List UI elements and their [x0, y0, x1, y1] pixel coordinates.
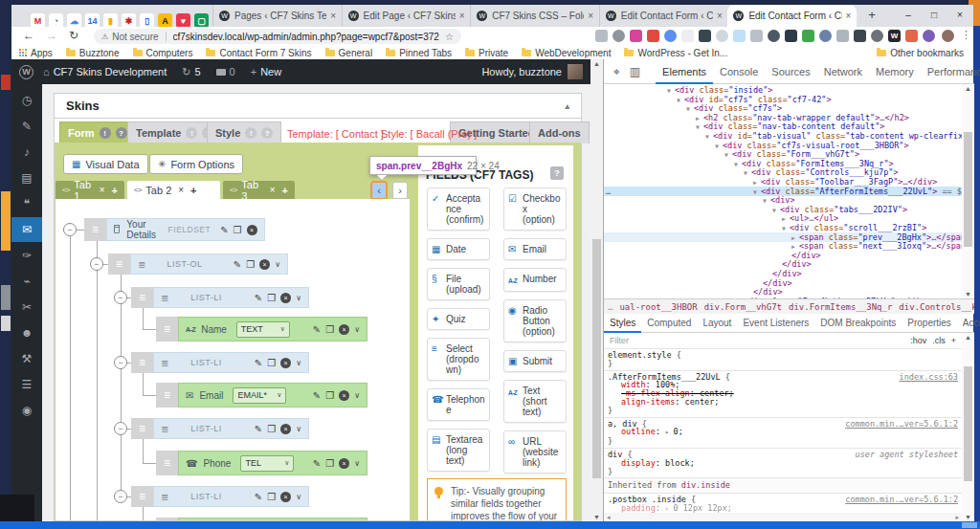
styles-scrollbar[interactable]: ▲ ▼: [962, 333, 974, 521]
tree-row[interactable]: ≡≣LIST-LI✎❐×∨: [131, 486, 309, 507]
list-bar[interactable]: ≣LIST-LI✎❐×∨: [153, 352, 309, 373]
profile-avatar[interactable]: [942, 30, 954, 42]
form-tab-1[interactable]: <>Tab 1×+: [56, 181, 124, 199]
field-button-textarea[interactable]: ▤Textarea (long text): [427, 429, 490, 472]
browser-tab[interactable]: WEdit Contact Form ‹ CF7 Skins×: [599, 5, 728, 27]
green-frame-icon[interactable]: [802, 30, 814, 42]
wappalyzer-icon[interactable]: [768, 30, 780, 42]
field-type-select[interactable]: TEXT∨: [236, 321, 290, 338]
drag-handle[interactable]: ≡: [156, 451, 178, 475]
field-button-url[interactable]: ∞URL (website link): [503, 430, 567, 474]
edit-icon[interactable]: ✎: [220, 225, 228, 235]
pinned-tab-clock-app-icon[interactable]: ◔: [49, 13, 63, 28]
delete-icon[interactable]: ×: [280, 358, 291, 368]
tab-close-icon[interactable]: ×: [459, 11, 465, 21]
device-toolbar-icon[interactable]: ▥: [630, 65, 640, 78]
red-extension-icon[interactable]: [647, 30, 659, 42]
help-badge[interactable]: ?: [550, 166, 564, 180]
field-bar[interactable]: ✉EmailEMAIL*∨✎❐×∨: [178, 383, 368, 408]
tree-row[interactable]: ≡≣LIST-LI✎❐×∨: [131, 352, 309, 373]
field-type-select[interactable]: TEL∨: [240, 455, 294, 472]
scroll-down-icon[interactable]: ▼: [590, 514, 603, 520]
puzzle-icon[interactable]: [923, 30, 935, 42]
duplicate-icon[interactable]: ❐: [267, 293, 276, 303]
maximize-button[interactable]: □: [925, 8, 943, 23]
camera-icon[interactable]: [612, 30, 625, 42]
elements-scrollbar[interactable]: ▲ ▼: [962, 84, 974, 298]
sidebar-item-users[interactable]: ☻: [11, 320, 42, 345]
field-button-select[interactable]: ≡Select (dropdown): [427, 338, 490, 381]
list-bar[interactable]: ≣LIST-LI✎❐×∨: [153, 486, 309, 507]
dom-node-line[interactable]: ▼<div class="FormItems___3Nq_r">: [604, 159, 962, 168]
styles-tab-styles[interactable]: Styles: [604, 314, 641, 333]
privacy-shield-icon[interactable]: [595, 30, 608, 42]
dom-node-line[interactable]: ▶<h2 class="nav-tab-wrapper default">…</…: [604, 113, 962, 122]
gray-grid-icon[interactable]: [750, 30, 763, 42]
dom-node-line[interactable]: ▼<div class="cf7s">: [604, 103, 962, 113]
tree-row[interactable]: ≡A-Z∨✎❐×∨: [156, 518, 368, 520]
drag-handle[interactable]: ≡: [156, 383, 178, 408]
browser-menu-icon[interactable]: ⋮: [961, 29, 971, 41]
field-button-number[interactable]: A-ZNumber: [503, 268, 567, 292]
blue-card-icon[interactable]: [819, 30, 832, 42]
browser-tab[interactable]: WEdit Page ‹ CF7 Skins Team —×: [342, 5, 471, 27]
badge-![interactable]: !: [245, 127, 256, 139]
pinned-tab-docs-app-icon[interactable]: ▯: [140, 13, 154, 28]
chevron-down-icon[interactable]: ∨: [354, 459, 360, 468]
dark-grid-icon[interactable]: [699, 30, 711, 42]
bookmark-folder[interactable]: Buzztone: [66, 48, 120, 58]
sidebar-item-cf7-skins[interactable]: ✂: [11, 295, 42, 320]
breadcrumb-item[interactable]: ual-root__3HBOR: [619, 302, 697, 312]
field-button-email[interactable]: ✉Email: [503, 238, 567, 260]
wordpress-logo-icon[interactable]: W: [19, 65, 33, 79]
field-button-text[interactable]: A-ZText (short text): [503, 380, 567, 423]
delete-icon[interactable]: ×: [339, 458, 349, 469]
reload-button[interactable]: ↻: [69, 29, 78, 42]
minimize-button[interactable]: –: [900, 8, 917, 23]
dom-node-line[interactable]: ▼<div id="tab-visual" class="tab-content…: [604, 131, 962, 141]
css-rule[interactable]: user agent stylesheetdiv {display: block…: [604, 449, 962, 478]
stylesheet-link[interactable]: index.css:63: [900, 373, 958, 382]
duplicate-icon[interactable]: ❐: [325, 390, 334, 401]
drag-handle[interactable]: ≡: [84, 218, 106, 241]
tab-form[interactable]: Form!?: [59, 121, 136, 143]
delete-icon[interactable]: ×: [280, 424, 291, 434]
css-rule[interactable]: element.style {}: [604, 349, 962, 371]
close-button[interactable]: ×: [951, 8, 969, 23]
not-secure-label[interactable]: Not secure: [112, 32, 158, 42]
visual-data-button[interactable]: ▦ Visual Data: [63, 154, 148, 174]
delete-icon[interactable]: ×: [339, 324, 349, 335]
sidebar-item-comments[interactable]: ❝: [11, 191, 42, 216]
duplicate-icon[interactable]: ❐: [246, 259, 255, 270]
delete-icon[interactable]: ×: [280, 492, 291, 502]
collapse-node[interactable]: −: [63, 223, 77, 236]
forward-button[interactable]: →: [46, 29, 57, 42]
styles-hscrollbar[interactable]: ◂▸: [604, 513, 962, 521]
tab-close-icon[interactable]: ×: [270, 185, 276, 195]
dom-node-line[interactable]: </div>: [604, 278, 962, 288]
paper-stack-icon[interactable]: [836, 30, 849, 42]
wordpress-ext-icon[interactable]: W: [888, 30, 901, 42]
css-rule[interactable]: common.min.…ver=5.6.1:2a, div {outline: …: [604, 418, 962, 449]
tab-style[interactable]: Style!?: [207, 121, 281, 143]
duplicate-icon[interactable]: ❐: [267, 358, 276, 368]
bookmark-folder[interactable]: Private: [465, 48, 508, 58]
dom-node-line[interactable]: </div>: [604, 287, 962, 297]
tab-close-icon[interactable]: ×: [330, 11, 336, 21]
badge-![interactable]: !: [186, 127, 197, 139]
bookmark-folder[interactable]: WordPress - Get In...: [624, 48, 727, 58]
tree-row[interactable]: ≡≣LIST-LI✎❐×∨: [131, 418, 309, 439]
bookmark-folder[interactable]: Computers: [133, 48, 193, 58]
form-tab-2[interactable]: <>Tab 2×+: [127, 181, 220, 199]
chevron-down-icon[interactable]: ∨: [354, 391, 360, 400]
admin-bar-new[interactable]: +New: [251, 66, 281, 77]
devtools-tab-memory[interactable]: Memory: [869, 59, 921, 84]
bookmark-folder[interactable]: General: [325, 48, 373, 58]
drag-handle[interactable]: ≡: [131, 287, 153, 308]
dom-node-line[interactable]: ▼<div class="Form___vhG7t">: [604, 149, 962, 159]
sidebar-item-appearance[interactable]: ✑: [11, 243, 42, 268]
dom-node-line[interactable]: </div>: [604, 259, 962, 269]
dom-node-line[interactable]: ▼<div class="nav-tab-content default">: [604, 121, 962, 131]
clock-ext-icon[interactable]: [854, 30, 866, 42]
new-tab-button[interactable]: +: [864, 8, 880, 23]
